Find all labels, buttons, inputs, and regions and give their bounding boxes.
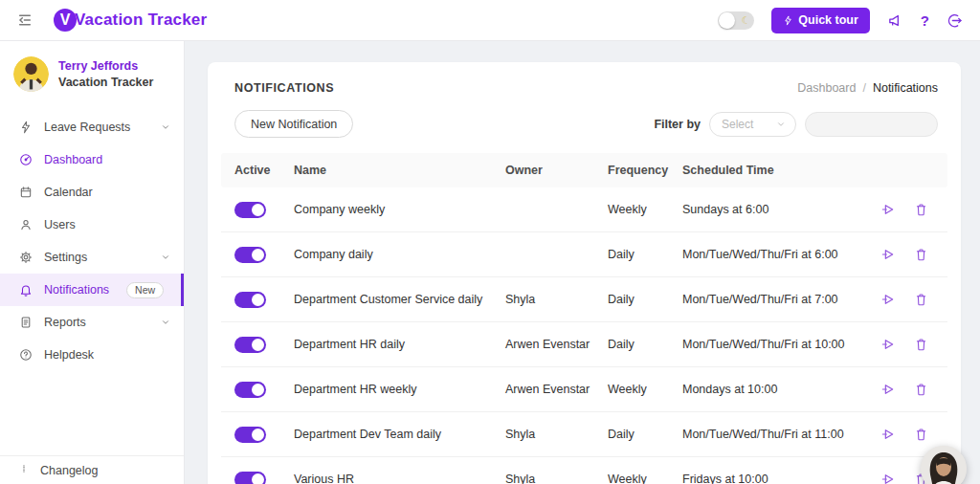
breadcrumb-dashboard[interactable]: Dashboard <box>797 81 856 95</box>
scheduled-time-cell: Mon/Tue/Wed/Thu/Fri at 7:00 <box>669 293 867 306</box>
moon-icon: ☾ <box>741 11 750 30</box>
sidebar-item-reports[interactable]: Reports <box>0 306 184 339</box>
active-toggle[interactable] <box>234 472 266 484</box>
sidebar-item-settings[interactable]: Settings <box>0 241 184 274</box>
active-toggle[interactable] <box>234 292 266 308</box>
active-toggle[interactable] <box>234 382 266 398</box>
filter-by-label: Filter by <box>654 118 701 131</box>
app-logo[interactable]: V Vacation Tracker <box>54 9 207 32</box>
select-placeholder: Select <box>722 118 753 131</box>
lightning-icon <box>783 14 793 27</box>
name-cell: Company daily <box>280 248 492 261</box>
filter-value-input[interactable] <box>805 112 938 137</box>
active-cell <box>221 292 280 308</box>
sidebar-item-label: Reports <box>44 316 86 329</box>
changelog-icon <box>19 463 29 477</box>
frequency-cell: Daily <box>594 338 669 351</box>
user-profile[interactable]: Terry Jeffords Vacation Tracker <box>0 41 184 105</box>
name-cell: Department Dev Team daily <box>280 428 492 441</box>
quick-tour-button[interactable]: Quick tour <box>771 8 870 33</box>
menu-fold-icon[interactable] <box>17 12 33 28</box>
sidebar-item-leave-requests[interactable]: Leave Requests <box>0 111 184 143</box>
delete-icon[interactable] <box>914 338 928 352</box>
scheduled-time-cell: Sundays at 6:00 <box>669 203 867 216</box>
scheduled-time-cell: Mon/Tue/Wed/Thu/Fri at 6:00 <box>669 248 867 261</box>
toggle-knob <box>252 473 264 484</box>
send-test-icon[interactable] <box>880 292 896 307</box>
active-cell <box>221 427 280 443</box>
sidebar-item-notifications[interactable]: Notifications New <box>0 274 184 306</box>
logout-icon[interactable] <box>947 12 963 29</box>
quick-tour-label: Quick tour <box>798 13 858 27</box>
user-avatar <box>13 56 49 92</box>
frequency-cell: Weekly <box>594 203 669 216</box>
changelog-link[interactable]: Changelog <box>0 455 184 484</box>
table-row: Department Customer Service daily Shyla … <box>221 277 947 322</box>
breadcrumb-separator: / <box>862 81 865 95</box>
toggle-knob <box>252 294 264 306</box>
send-test-icon[interactable] <box>880 382 896 397</box>
send-test-icon[interactable] <box>880 427 896 442</box>
sidebar-item-label: Helpdesk <box>44 348 94 362</box>
delete-icon[interactable] <box>914 293 928 307</box>
active-toggle[interactable] <box>234 337 266 353</box>
lightning-icon <box>19 121 33 134</box>
frequency-cell: Weekly <box>594 473 669 484</box>
sidebar-item-label: Dashboard <box>44 153 102 166</box>
active-toggle[interactable] <box>234 202 266 218</box>
support-chat-avatar[interactable] <box>921 446 967 484</box>
chevron-down-icon <box>161 318 170 327</box>
table-row: Various HR Shyla Weekly Fridays at 10:00 <box>221 457 947 484</box>
delete-icon[interactable] <box>914 248 928 262</box>
send-test-icon[interactable] <box>880 337 896 352</box>
question-circle-icon <box>19 348 33 362</box>
table-body: Company weekly Weekly Sundays at 6:00 Co… <box>221 187 947 484</box>
active-cell <box>221 472 280 484</box>
active-cell <box>221 247 280 263</box>
changelog-label: Changelog <box>40 464 98 477</box>
sidebar-item-label: Calendar <box>44 186 93 199</box>
table-row: Company weekly Weekly Sundays at 6:00 <box>221 187 947 232</box>
active-cell <box>221 202 280 218</box>
new-notification-button[interactable]: New Notification <box>234 110 353 138</box>
actions-cell <box>867 292 949 307</box>
actions-cell <box>867 427 949 442</box>
breadcrumb-current: Notifications <box>873 81 938 95</box>
toggle-knob <box>252 429 264 441</box>
active-toggle[interactable] <box>234 427 266 443</box>
app-title: Vacation Tracker <box>75 11 207 30</box>
frequency-cell: Weekly <box>594 383 669 396</box>
report-icon <box>19 316 33 329</box>
toggle-knob <box>252 339 264 351</box>
delete-icon[interactable] <box>914 383 928 397</box>
announcements-icon[interactable] <box>887 12 903 29</box>
column-header-frequency: Frequency <box>594 164 669 177</box>
send-test-icon[interactable] <box>880 247 896 262</box>
column-header-scheduled-time: Scheduled Time <box>669 164 867 177</box>
delete-icon[interactable] <box>914 203 928 217</box>
sidebar-item-users[interactable]: Users <box>0 209 184 241</box>
active-cell <box>221 382 280 398</box>
active-toggle[interactable] <box>234 247 266 263</box>
logo-mark: V <box>54 9 77 32</box>
filter-type-select[interactable]: Select <box>709 112 796 137</box>
column-header-name: Name <box>280 164 492 177</box>
scheduled-time-cell: Mon/Tue/Wed/Thu/Fri at 11:00 <box>669 428 867 441</box>
sidebar-item-helpdesk[interactable]: Helpdesk <box>0 339 184 371</box>
chevron-down-icon <box>776 120 786 129</box>
sidebar-item-calendar[interactable]: Calendar <box>0 176 184 209</box>
chevron-down-icon <box>161 253 170 262</box>
name-cell: Department HR weekly <box>280 383 492 396</box>
delete-icon[interactable] <box>914 428 928 442</box>
active-cell <box>221 337 280 353</box>
column-header-owner: Owner <box>492 164 594 177</box>
column-header-active: Active <box>221 164 280 177</box>
help-icon[interactable]: ? <box>921 12 929 29</box>
user-company: Vacation Tracker <box>58 76 153 89</box>
sidebar-item-dashboard[interactable]: Dashboard <box>0 143 184 176</box>
dark-mode-toggle[interactable]: ☾ <box>718 11 754 30</box>
breadcrumb: Dashboard / Notifications <box>797 81 938 95</box>
notifications-table: Active Name Owner Frequency Scheduled Ti… <box>221 153 947 484</box>
send-test-icon[interactable] <box>880 472 896 484</box>
send-test-icon[interactable] <box>880 202 896 217</box>
